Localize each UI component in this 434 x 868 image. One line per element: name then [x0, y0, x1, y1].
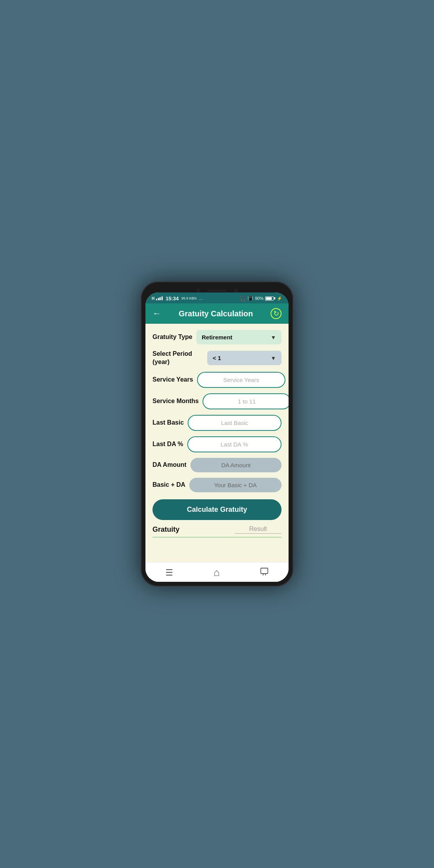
front-camera-2: [234, 289, 238, 292]
result-label: Gratuity: [152, 525, 179, 534]
headphone-icon: 🎧: [240, 296, 246, 301]
basic-da-label: Basic + DA: [152, 481, 185, 489]
back-nav-button[interactable]: [260, 567, 269, 578]
service-months-row: Service Months: [152, 393, 282, 409]
back-button[interactable]: ←: [152, 308, 161, 319]
network-type: H: [152, 296, 154, 301]
select-period-label: Select Period (year): [152, 350, 203, 366]
basic-da-row: Basic + DA Your Basic + DA: [152, 478, 282, 492]
battery-percent: 90%: [255, 296, 264, 301]
last-da-label: Last DA %: [152, 440, 183, 448]
basic-da-placeholder: Your Basic + DA: [214, 482, 256, 488]
gratuity-type-dropdown[interactable]: Retirement ▼: [196, 330, 282, 344]
menu-nav-button[interactable]: ☰: [165, 568, 173, 578]
vibrate-icon: 📳: [247, 296, 253, 301]
da-amount-placeholder: DA Amount: [221, 462, 251, 468]
select-period-dropdown[interactable]: < 1 ▼: [207, 351, 282, 365]
dots: ...: [199, 296, 203, 301]
battery-icon: [265, 296, 275, 301]
phone-screen: H 15:34 95.9 KB/s ... 🎧 📳 90% ⚡: [145, 292, 289, 582]
last-basic-label: Last Basic: [152, 419, 184, 427]
app-title: Gratuity Calculation: [179, 309, 253, 318]
last-da-row: Last DA %: [152, 436, 282, 452]
da-amount-label: DA Amount: [152, 461, 187, 469]
da-amount-row: DA Amount DA Amount: [152, 458, 282, 472]
signal-bars: [156, 296, 163, 300]
calculate-button[interactable]: Calculate Gratuity: [152, 499, 282, 520]
status-left: H 15:34 95.9 KB/s ...: [152, 296, 203, 301]
service-months-input[interactable]: [203, 393, 289, 409]
charging-icon: ⚡: [277, 296, 282, 301]
app-bar: ← Gratuity Calculation: [145, 303, 289, 324]
front-camera: [196, 289, 200, 292]
refresh-button[interactable]: [271, 308, 282, 319]
main-content: Gratuity Type Retirement ▼ Select Period…: [145, 324, 289, 562]
last-da-input[interactable]: [187, 436, 282, 452]
speaker: [207, 290, 227, 292]
nav-bar: ☰ ⌂: [145, 562, 289, 582]
last-basic-row: Last Basic: [152, 415, 282, 431]
select-period-value: < 1: [213, 355, 221, 361]
svg-rect-0: [261, 568, 268, 574]
select-period-row: Select Period (year) < 1 ▼: [152, 350, 282, 366]
gratuity-type-row: Gratuity Type Retirement ▼: [152, 330, 282, 344]
time: 15:34: [166, 296, 179, 301]
status-right: 🎧 📳 90% ⚡: [240, 296, 282, 301]
da-amount-field: DA Amount: [190, 458, 282, 472]
home-nav-button[interactable]: ⌂: [213, 567, 220, 579]
service-months-label: Service Months: [152, 397, 199, 405]
gratuity-type-value: Retirement: [202, 334, 232, 341]
basic-da-field: Your Basic + DA: [189, 478, 282, 492]
status-bar: H 15:34 95.9 KB/s ... 🎧 📳 90% ⚡: [145, 292, 289, 303]
service-years-row: Service Years: [152, 372, 282, 388]
service-years-input[interactable]: [197, 372, 285, 388]
last-basic-input[interactable]: [188, 415, 282, 431]
speed: 95.9 KB/s: [181, 296, 197, 300]
service-years-label: Service Years: [152, 376, 193, 384]
result-value: Result: [235, 525, 282, 534]
select-period-arrow: ▼: [271, 355, 276, 361]
result-section: Gratuity Result: [152, 525, 282, 538]
notch-area: [145, 286, 289, 292]
gratuity-type-label: Gratuity Type: [152, 333, 192, 341]
phone-shell: H 15:34 95.9 KB/s ... 🎧 📳 90% ⚡: [141, 282, 293, 586]
gratuity-type-arrow: ▼: [271, 334, 276, 341]
